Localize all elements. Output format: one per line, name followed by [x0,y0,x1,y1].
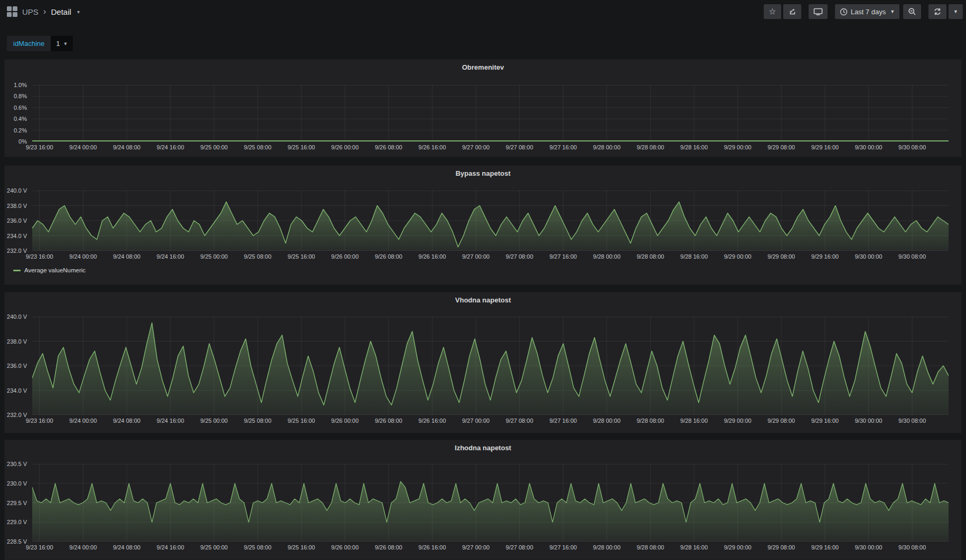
panel-title[interactable]: Vhodna napetost [5,296,961,304]
x-axis-label: 9/23 16:00 [26,417,53,424]
x-axis-label: 9/29 08:00 [767,417,795,424]
y-axis-label: 238.0 V [7,203,27,209]
x-axis-label: 9/23 16:00 [26,144,53,150]
panel-title[interactable]: Izhodna napetost [5,444,961,452]
y-axis-label: 234.0 V [7,387,27,394]
panel-title[interactable]: Bypass napetost [5,169,961,177]
variable-value-dropdown[interactable]: 1 ▼ [51,36,73,51]
panel-title[interactable]: Obremenitev [5,63,961,71]
x-axis-label: 9/25 08:00 [244,144,271,150]
y-axis-label: 0.6% [14,105,27,111]
share-icon [788,7,796,16]
x-axis-label: 9/29 08:00 [767,144,795,150]
breadcrumb-folder[interactable]: UPS [22,7,39,16]
navbar: UPS › Detail ▾ ☆ Last 7 days ▼ [0,0,966,23]
x-axis-label: 9/29 16:00 [811,417,839,424]
chart-canvas[interactable] [32,317,949,415]
legend-series-name[interactable]: Average valueNumeric [24,267,86,273]
y-axis-label: 229.0 V [7,519,27,525]
x-axis-label: 9/28 08:00 [636,253,664,260]
dashboard-grid-icon[interactable] [7,6,17,17]
x-axis-label: 9/28 08:00 [636,544,664,550]
y-axis: 1.0%0.8%0.6%0.4%0.2%0% [5,85,28,141]
x-axis-label: 9/24 16:00 [157,253,184,260]
x-axis-label: 9/27 08:00 [506,144,533,150]
y-axis: 240.0 V238.0 V236.0 V234.0 V232.0 V [5,317,28,415]
x-axis-label: 9/25 16:00 [287,144,315,150]
y-axis-label: 0.8% [14,93,27,99]
y-axis-label: 236.0 V [7,363,27,369]
x-axis-label: 9/30 08:00 [898,417,926,424]
x-axis-label: 9/29 00:00 [724,144,752,150]
x-axis-label: 9/30 08:00 [898,544,926,550]
x-axis-label: 9/30 00:00 [855,544,882,550]
time-range-button[interactable]: Last 7 days ▼ [835,4,899,19]
x-axis-label: 9/26 16:00 [418,544,446,550]
x-axis: 9/23 16:009/24 00:009/24 08:009/24 16:00… [32,253,949,261]
x-axis-label: 9/26 00:00 [331,544,359,550]
y-axis: 230.5 V230.0 V229.5 V229.0 V228.5 V [5,464,28,542]
x-axis-label: 9/27 00:00 [462,417,490,424]
star-button[interactable]: ☆ [764,4,781,19]
x-axis-label: 9/27 16:00 [549,417,577,424]
chevron-right-icon: › [43,7,46,16]
x-axis-label: 9/26 08:00 [375,253,402,260]
x-axis-label: 9/29 08:00 [767,253,795,260]
breadcrumb-dashboard-title[interactable]: Detail [51,7,71,16]
x-axis-label: 9/29 00:00 [724,544,752,550]
x-axis-label: 9/28 00:00 [593,544,621,550]
refresh-icon [933,7,942,16]
x-axis-label: 9/24 00:00 [69,544,97,550]
x-axis-label: 9/24 08:00 [113,253,140,260]
refresh-button[interactable] [929,4,946,19]
x-axis-label: 9/27 08:00 [506,253,533,260]
x-axis-label: 9/28 16:00 [680,544,708,550]
chevron-down-icon[interactable]: ▾ [77,9,80,15]
x-axis-label: 9/25 08:00 [244,544,271,550]
time-range-label: Last 7 days [851,8,886,16]
zoom-out-icon [908,7,916,16]
share-button[interactable] [783,4,801,19]
y-axis-label: 229.5 V [7,500,27,506]
y-axis-label: 230.5 V [7,461,27,467]
chart-plot-area[interactable] [32,317,949,415]
x-axis-label: 9/26 16:00 [418,144,446,150]
x-axis-label: 9/24 00:00 [69,253,97,260]
x-axis-label: 9/24 16:00 [157,544,184,550]
panel-bypass-napetost: Bypass napetost 240.0 V238.0 V236.0 V234… [4,165,962,285]
zoom-out-button[interactable] [903,4,921,19]
x-axis-label: 9/27 00:00 [462,253,490,260]
chart-plot-area[interactable] [32,85,949,141]
panel-vhodna-napetost: Vhodna napetost 240.0 V238.0 V236.0 V234… [4,292,962,433]
x-axis-label: 9/25 16:00 [287,544,315,550]
x-axis-label: 9/28 00:00 [593,253,621,260]
x-axis-label: 9/30 08:00 [898,144,926,150]
chevron-down-icon: ▼ [63,41,68,46]
chart-plot-area[interactable] [32,464,949,542]
y-axis-label: 0.2% [14,127,27,134]
x-axis-label: 9/26 16:00 [418,253,446,260]
monitor-icon [813,7,823,16]
chart-canvas[interactable] [32,85,949,141]
x-axis-label: 9/25 08:00 [244,253,271,260]
chart-legend: Average valueNumeric [13,267,86,273]
x-axis-label: 9/30 08:00 [898,253,926,260]
legend-series-swatch [13,270,21,271]
variable-label: idMachine [7,36,51,51]
clock-icon [840,8,848,16]
y-axis-label: 0.4% [14,116,27,122]
x-axis-label: 9/28 00:00 [593,144,621,150]
x-axis-label: 9/23 16:00 [26,544,53,550]
tv-mode-button[interactable] [809,4,828,19]
chevron-down-icon: ▼ [890,9,895,14]
chart-canvas[interactable] [32,191,949,251]
refresh-interval-dropdown[interactable]: ▼ [949,4,963,19]
x-axis-label: 9/30 00:00 [855,144,882,150]
x-axis-label: 9/24 08:00 [113,417,140,424]
x-axis-label: 9/26 00:00 [331,417,359,424]
x-axis-label: 9/25 08:00 [244,417,271,424]
chart-canvas[interactable] [32,464,949,542]
y-axis-label: 230.0 V [7,480,27,487]
chart-plot-area[interactable] [32,191,949,251]
x-axis-label: 9/28 16:00 [680,417,708,424]
